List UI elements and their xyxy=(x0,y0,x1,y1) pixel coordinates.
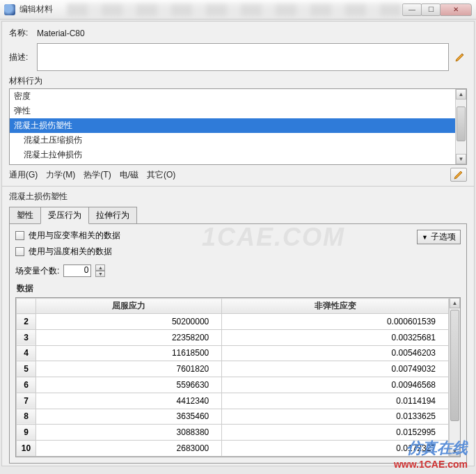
col-yield-stress: 屈服应力 xyxy=(36,299,222,314)
panel-title: 混凝土损伤塑性 xyxy=(9,191,467,203)
cell-yield-stress[interactable]: 3635460 xyxy=(36,409,222,425)
edit-description-button[interactable] xyxy=(453,50,467,64)
row-number: 3 xyxy=(17,329,36,345)
col-inelastic-strain: 非弹性应变 xyxy=(222,299,449,314)
menu-mechanics[interactable]: 力学(M) xyxy=(46,169,75,181)
app-icon xyxy=(4,4,15,15)
row-header-blank xyxy=(17,299,36,314)
tab-bar: 塑性 受压行为 拉伸行为 xyxy=(9,207,467,224)
cell-yield-stress[interactable]: 3088380 xyxy=(36,425,222,441)
description-input[interactable] xyxy=(37,43,449,71)
cell-inelastic-strain[interactable]: 0.0172327 xyxy=(222,441,449,457)
table-row[interactable]: 576018200.00749032 xyxy=(17,361,449,377)
titlebar-blur xyxy=(67,3,403,16)
table-row[interactable]: 930883800.0152995 xyxy=(17,425,449,441)
cell-inelastic-strain[interactable]: 0.0152995 xyxy=(222,425,449,441)
menu-thermal[interactable]: 热学(T) xyxy=(84,169,111,181)
row-number: 7 xyxy=(17,393,36,409)
name-label: 名称: xyxy=(9,27,37,39)
scroll-thumb[interactable] xyxy=(457,106,466,141)
cell-yield-stress[interactable]: 11618500 xyxy=(36,345,222,361)
behavior-item[interactable]: 混凝土损伤塑性 xyxy=(10,118,455,133)
cell-inelastic-strain[interactable]: 0.0133625 xyxy=(222,409,449,425)
cell-inelastic-strain[interactable]: 0.00749032 xyxy=(222,361,449,377)
behavior-section-label: 材料行为 xyxy=(9,75,467,87)
table-row[interactable]: 3223582000.00325681 xyxy=(17,329,449,345)
table-scroll-down[interactable]: ▼ xyxy=(450,446,460,457)
behavior-list: 密度弹性混凝土损伤塑性混凝土压缩损伤混凝土拉伸损伤 ▲ ▼ xyxy=(9,88,467,165)
field-vars-up[interactable]: ▲ xyxy=(95,264,105,271)
cell-inelastic-strain[interactable]: 0.00546203 xyxy=(222,345,449,361)
row-number: 4 xyxy=(17,345,36,361)
row-number: 6 xyxy=(17,377,36,393)
data-table-container: 屈服应力 非弹性应变 2502000000.000601539322358200… xyxy=(15,297,461,457)
row-number: 10 xyxy=(17,441,36,457)
pencil-icon xyxy=(453,169,464,180)
menu-general[interactable]: 通用(G) xyxy=(9,169,38,181)
cell-yield-stress[interactable]: 2683000 xyxy=(36,441,222,457)
behavior-item[interactable]: 弹性 xyxy=(10,104,455,118)
tab-plasticity[interactable]: 塑性 xyxy=(9,207,41,223)
field-vars-label: 场变量个数: xyxy=(15,265,59,277)
sub-options-dropdown[interactable]: ▼ 子选项 xyxy=(417,230,461,244)
menu-other[interactable]: 其它(O) xyxy=(147,169,175,181)
row-number: 8 xyxy=(17,409,36,425)
titlebar: 编辑材料 — ☐ ✕ xyxy=(0,0,476,19)
row-number: 5 xyxy=(17,361,36,377)
cell-inelastic-strain[interactable]: 0.00946568 xyxy=(222,377,449,393)
cell-yield-stress[interactable]: 4412340 xyxy=(36,393,222,409)
minimize-button[interactable]: — xyxy=(402,3,422,16)
cell-yield-stress[interactable]: 7601820 xyxy=(36,361,222,377)
name-value: Material-C80 xyxy=(37,29,85,38)
menu-em[interactable]: 电/磁 xyxy=(120,169,138,181)
close-button[interactable]: ✕ xyxy=(440,3,472,16)
pencil-icon xyxy=(454,52,466,63)
strain-rate-checkbox[interactable] xyxy=(15,231,24,240)
data-section-label: 数据 xyxy=(17,283,459,294)
dialog-content: 名称: Material-C80 描述: 材料行为 密度弹性混凝土损伤塑性混凝土… xyxy=(1,21,475,466)
scroll-up-button[interactable]: ▲ xyxy=(456,89,466,100)
table-row[interactable]: 744123400.0114194 xyxy=(17,393,449,409)
cell-inelastic-strain[interactable]: 0.000601539 xyxy=(222,314,449,330)
table-row[interactable]: 1026830000.0172327 xyxy=(17,441,449,457)
chevron-down-icon: ▼ xyxy=(422,234,428,241)
tab-body: 使用与应变率相关的数据 使用与温度相关的数据 ▼ 子选项 场变量个数: 0 ▲ … xyxy=(9,224,467,464)
behavior-item[interactable]: 密度 xyxy=(10,89,455,104)
behavior-scrollbar[interactable]: ▲ ▼ xyxy=(455,89,466,164)
strain-rate-label: 使用与应变率相关的数据 xyxy=(29,230,120,242)
table-row[interactable]: 2502000000.000601539 xyxy=(17,314,449,330)
description-label: 描述: xyxy=(9,52,37,63)
cell-inelastic-strain[interactable]: 0.00325681 xyxy=(222,329,449,345)
edit-behavior-button[interactable] xyxy=(450,168,467,182)
separator xyxy=(2,186,474,187)
maximize-button[interactable]: ☐ xyxy=(421,3,441,16)
table-scrollbar[interactable]: ▲ ▼ xyxy=(449,298,460,457)
table-scroll-up[interactable]: ▲ xyxy=(450,298,460,308)
cell-inelastic-strain[interactable]: 0.0114194 xyxy=(222,393,449,409)
tab-tension[interactable]: 拉伸行为 xyxy=(88,207,137,223)
temperature-label: 使用与温度相关的数据 xyxy=(29,246,112,258)
behavior-item[interactable]: 混凝土拉伸损伤 xyxy=(10,148,455,162)
row-number: 9 xyxy=(17,425,36,441)
table-scroll-thumb[interactable] xyxy=(450,310,459,421)
table-row[interactable]: 655966300.00946568 xyxy=(17,377,449,393)
cell-yield-stress[interactable]: 5596630 xyxy=(36,377,222,393)
table-row[interactable]: 4116185000.00546203 xyxy=(17,345,449,361)
temperature-checkbox[interactable] xyxy=(15,247,24,256)
table-row[interactable]: 836354600.0133625 xyxy=(17,409,449,425)
behavior-menu-bar: 通用(G) 力学(M) 热学(T) 电/磁 其它(O) xyxy=(9,168,467,182)
tab-compression[interactable]: 受压行为 xyxy=(40,207,89,224)
data-table[interactable]: 屈服应力 非弹性应变 2502000000.000601539322358200… xyxy=(16,298,449,457)
behavior-item[interactable]: 混凝土压缩损伤 xyxy=(10,133,455,148)
scroll-down-button[interactable]: ▼ xyxy=(456,154,466,164)
field-vars-input[interactable]: 0 xyxy=(63,264,91,277)
field-vars-down[interactable]: ▼ xyxy=(95,271,105,277)
window-title: 编辑材料 xyxy=(19,3,53,15)
row-number: 2 xyxy=(17,314,36,330)
cell-yield-stress[interactable]: 22358200 xyxy=(36,329,222,345)
cell-yield-stress[interactable]: 50200000 xyxy=(36,314,222,330)
